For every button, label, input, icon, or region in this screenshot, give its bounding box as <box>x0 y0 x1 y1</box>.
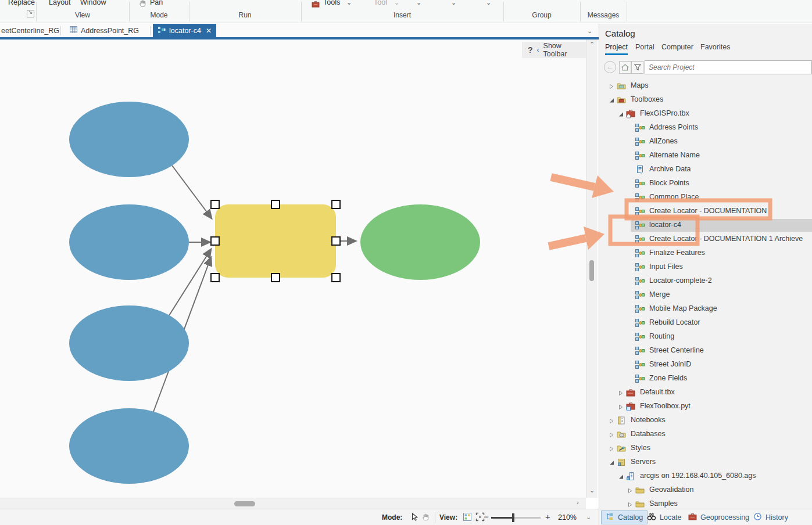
zoom-slider-track[interactable] <box>514 517 541 519</box>
dock-tab-catalog[interactable]: Catalog <box>601 510 648 524</box>
scroll-down-icon[interactable]: ⌄ <box>589 487 595 494</box>
model-connector[interactable] <box>172 166 212 218</box>
tree-item-input-files[interactable]: Input Files <box>599 260 812 274</box>
scroll-up-icon[interactable]: ⌃ <box>589 41 595 48</box>
help-icon[interactable]: ? <box>528 45 533 55</box>
tree-item-allzones[interactable]: AllZones <box>599 135 812 149</box>
model-node-addresspoint-rg-2[interactable] <box>69 102 189 177</box>
selection-handle[interactable] <box>331 200 341 209</box>
dock-tab-locate[interactable]: Locate <box>643 510 686 524</box>
tree-collapse-icon[interactable] <box>609 96 615 106</box>
chevron-down-icon[interactable]: ⌄ <box>346 0 352 6</box>
insert-dropdown-chevron[interactable]: ⌄ <box>486 0 491 6</box>
tree-item-default-tbx[interactable]: Default.tbx <box>599 386 812 400</box>
tree-item-databases[interactable]: Databases <box>599 427 812 441</box>
tree-item-archive-data[interactable]: Archive Data <box>599 163 812 177</box>
chevron-down-icon[interactable]: ⌄ <box>586 513 591 521</box>
tree-item-create-locator-documentation-1-archieve[interactable]: Create Locator - DOCUMENTATION 1 Archiev… <box>599 232 812 246</box>
selection-handle[interactable] <box>331 236 341 246</box>
tree-item-block-points[interactable]: Block Points <box>599 177 812 190</box>
modelbuilder-canvas[interactable]: ? ‹ Show Toolbar <box>0 39 599 498</box>
tree-item-locator-c4[interactable]: locator-c4 <box>599 218 812 232</box>
tab-streetcenterline-rg[interactable]: eetCenterline_RG <box>0 24 64 37</box>
tree-collapse-icon[interactable] <box>609 458 615 469</box>
tree-expand-icon[interactable] <box>618 389 624 399</box>
model-node-addresspoint-rg[interactable] <box>69 204 189 280</box>
vertical-scrollbar[interactable]: ⌃ ⌄ <box>586 39 597 498</box>
dock-tab-history[interactable]: History <box>749 510 792 524</box>
tree-item-maps[interactable]: Maps <box>599 79 812 93</box>
tree-item-street-centerline[interactable]: Street Centerline <box>599 344 812 358</box>
tree-item-toolboxes[interactable]: Toolboxes <box>599 93 812 107</box>
tree-item-finalize-features[interactable]: Finalize Features <box>599 246 812 260</box>
home-button[interactable] <box>619 61 631 74</box>
auto-layout-view-icon[interactable] <box>463 512 472 524</box>
dialog-launcher-icon[interactable] <box>27 10 34 17</box>
tree-item-common-place[interactable]: Common Place <box>599 190 812 204</box>
tree-expand-icon[interactable] <box>609 82 614 92</box>
tab-computer[interactable]: Computer <box>661 43 693 53</box>
horizontal-scrollbar-handle[interactable] <box>234 501 255 506</box>
tree-collapse-icon[interactable] <box>618 472 624 483</box>
selection-handle[interactable] <box>331 273 341 282</box>
tree-item-alternate-name[interactable]: Alternate Name <box>599 149 812 163</box>
tree-item-routing[interactable]: Routing <box>599 330 812 344</box>
tools-dropdown[interactable]: Tools <box>323 0 340 6</box>
tree-item-merge[interactable]: Merge <box>599 288 812 302</box>
insert-dropdown-chevron[interactable]: ⌄ <box>451 0 456 6</box>
zoom-slider-handle[interactable] <box>512 513 514 522</box>
tab-portal[interactable]: Portal <box>635 43 654 53</box>
selection-handle[interactable] <box>271 273 280 282</box>
model-node-streetcenterline-2[interactable] <box>69 305 189 381</box>
horizontal-scrollbar[interactable]: › <box>0 498 586 509</box>
tree-item-create-locator-documentation[interactable]: Create Locator - DOCUMENTATION <box>599 204 812 218</box>
search-input[interactable] <box>645 60 812 74</box>
zoom-slider-track[interactable] <box>491 517 514 519</box>
close-icon[interactable]: ✕ <box>206 27 212 35</box>
dock-tab-geoprocessing[interactable]: Geoprocessing <box>684 510 753 524</box>
pan-hand-icon[interactable] <box>421 512 430 524</box>
selection-handle[interactable] <box>271 200 280 209</box>
scroll-right-icon[interactable]: › <box>577 499 579 506</box>
tree-item-servers[interactable]: Servers <box>599 455 812 469</box>
window-button[interactable]: Window <box>80 0 106 6</box>
vertical-scrollbar-handle[interactable] <box>589 260 594 281</box>
layout-button[interactable]: Layout <box>49 0 71 6</box>
tab-favorites[interactable]: Favorites <box>700 43 730 53</box>
selection-handle[interactable] <box>210 273 220 282</box>
tree-expand-icon[interactable] <box>609 444 614 455</box>
tree-item-locator-complete-2[interactable]: Locator-complete-2 <box>599 274 812 288</box>
tree-expand-icon[interactable] <box>627 486 633 497</box>
tree-expand-icon[interactable] <box>609 416 614 427</box>
zoom-in-button[interactable]: + <box>545 512 550 522</box>
select-cursor-icon[interactable] <box>410 512 418 524</box>
tree-item-geovalidation[interactable]: Geovalidation <box>599 483 812 497</box>
filter-button[interactable] <box>631 61 643 74</box>
tree-item-flexgispro-tbx[interactable]: FlexGISPro.tbx <box>599 107 812 121</box>
tab-overflow-chevron-icon[interactable]: ⌄ <box>587 27 592 35</box>
model-node-create-locator-2[interactable] <box>215 204 336 278</box>
model-node-locator-c4-output[interactable] <box>360 204 480 280</box>
tab-addresspoint-rg[interactable]: AddressPoint_RG <box>65 24 144 37</box>
tree-item-samples[interactable]: Samples <box>599 497 812 509</box>
tree-expand-icon[interactable] <box>609 430 614 441</box>
tree-item-flextoolbox-pyt[interactable]: FlexToolbox.pyt <box>599 400 812 413</box>
tree-item-street-joinid[interactable]: Street JoinID <box>599 358 812 372</box>
tab-locator-c4-active[interactable]: locator-c4 ✕ <box>153 24 216 37</box>
tree-item-address-points[interactable]: Address Points <box>599 121 812 135</box>
tree-item-mobile-map-package[interactable]: Mobile Map Package <box>599 302 812 316</box>
show-toolbar-button[interactable]: ? ‹ Show Toolbar <box>522 42 586 58</box>
tree-item-notebooks[interactable]: Notebooks <box>599 413 812 427</box>
tree-item-arcgis-on-192-168-40-105-6080-ags[interactable]: arcgis on 192.168.40.105_6080.ags <box>599 469 812 483</box>
selection-handle[interactable] <box>210 236 220 246</box>
zoom-percentage[interactable]: 210% <box>558 513 577 522</box>
tree-item-styles[interactable]: Styles <box>599 441 812 455</box>
tree-expand-icon[interactable] <box>618 402 624 413</box>
insert-dropdown-chevron[interactable]: ⌄ <box>416 0 421 6</box>
tree-collapse-icon[interactable] <box>618 110 624 120</box>
tree-item-rebuild-locator[interactable]: Rebuild Locator <box>599 316 812 330</box>
pan-button[interactable]: Pan <box>150 0 163 6</box>
selection-handle[interactable] <box>210 200 220 209</box>
zoom-out-button[interactable]: − <box>484 512 489 522</box>
model-node-poi-an-2[interactable] <box>69 408 189 484</box>
